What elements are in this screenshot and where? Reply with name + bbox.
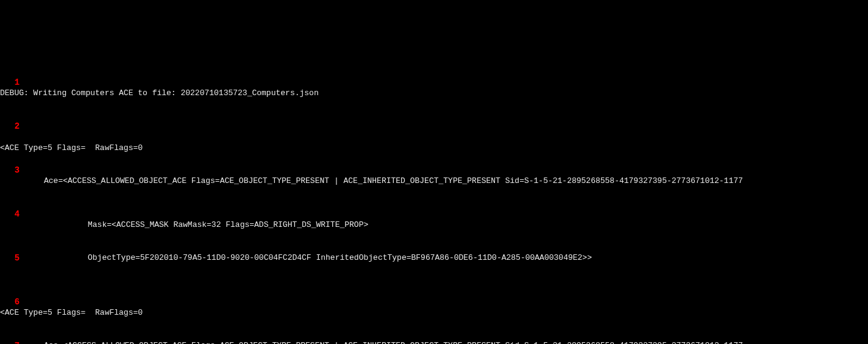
badge-4: 4	[11, 209, 23, 220]
badge-3: 3	[11, 165, 23, 176]
ace-line: Ace=<ACCESS_ALLOWED_OBJECT_ACE Flags=ACE…	[0, 176, 868, 187]
badge-7: 7	[11, 340, 23, 344]
badge-5: 5	[11, 253, 23, 263]
ace-object-type: ObjectType=5F202010-79A5-11D0-9020-00C04…	[0, 253, 868, 263]
ace-header: <ACE Type=5 Flags= RawFlags=0	[0, 307, 868, 318]
ace-header: <ACE Type=5 Flags= RawFlags=0	[0, 143, 868, 154]
debug-line: DEBUG: Writing Computers ACE to file: 20…	[0, 88, 868, 99]
badge-6: 6	[11, 296, 23, 307]
terminal-output: DEBUG: Writing Computers ACE to file: 20…	[0, 55, 868, 344]
ace-mask: Mask=<ACCESS_MASK RawMask=32 Flags=ADS_R…	[0, 220, 868, 231]
badge-1: 1	[11, 77, 23, 88]
badge-2: 2	[11, 121, 23, 132]
ace-line: Ace=<ACCESS_ALLOWED_OBJECT_ACE Flags=ACE…	[0, 340, 868, 344]
